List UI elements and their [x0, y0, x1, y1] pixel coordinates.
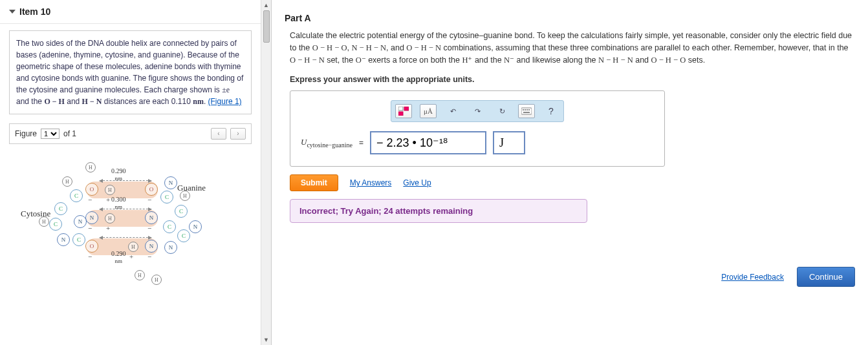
figure-of: of 1: [63, 129, 76, 138]
collapse-icon[interactable]: [9, 8, 16, 15]
figure-image: Cytosine Guanine O H O − + − 0.290nm N: [9, 151, 252, 312]
figure-next-button[interactable]: ›: [230, 128, 246, 140]
footer-row: Provide Feedback Continue: [721, 267, 855, 287]
svg-rect-0: [398, 107, 403, 110]
svg-rect-1: [404, 107, 409, 110]
answer-panel: μÅ ↶ ↷ ↻ ? Ucytosine−guanine =: [290, 90, 665, 167]
answer-unit-input[interactable]: [493, 131, 525, 154]
express-instruction: Express your answer with the appropriate…: [290, 75, 855, 84]
redo-icon[interactable]: ↷: [469, 104, 486, 118]
scroll-thumb[interactable]: [263, 10, 270, 43]
figure-label: Figure: [15, 129, 37, 138]
svg-rect-5: [525, 109, 526, 110]
figure-select[interactable]: 1: [41, 129, 60, 139]
equation-toolbar: μÅ ↶ ↷ ↻ ?: [391, 100, 564, 122]
svg-rect-4: [523, 109, 524, 110]
equation-lhs: Ucytosine−guanine: [301, 137, 353, 149]
svg-rect-6: [526, 109, 528, 110]
feedback-message: Incorrect; Try Again; 24 attempts remain…: [290, 199, 587, 223]
give-up-link[interactable]: Give Up: [403, 178, 431, 187]
svg-rect-7: [528, 109, 530, 110]
svg-rect-3: [521, 108, 532, 114]
undo-icon[interactable]: ↶: [444, 104, 461, 118]
question-text: Calculate the electric potential energy …: [290, 30, 855, 66]
continue-button[interactable]: Continue: [797, 267, 855, 287]
template-icon[interactable]: [395, 104, 412, 118]
equation-row: Ucytosine−guanine =: [301, 131, 654, 154]
left-pane: Item 10 The two sides of the DNA double …: [0, 0, 272, 345]
item-title: Item 10: [19, 6, 50, 17]
svg-rect-8: [523, 112, 530, 113]
submit-row: Submit My Answers Give Up: [290, 174, 855, 191]
equals-sign: =: [359, 138, 363, 147]
help-icon[interactable]: ?: [543, 104, 559, 118]
figure-bar: Figure 1 of 1 ‹ ›: [9, 123, 252, 144]
left-scrollbar[interactable]: ▲ ▼: [261, 0, 271, 345]
scroll-up-icon[interactable]: ▲: [263, 1, 270, 9]
part-title: Part A: [285, 13, 855, 23]
figure-prev-button[interactable]: ‹: [211, 128, 226, 140]
right-pane: Part A Calculate the electric potential …: [272, 0, 868, 345]
item-header[interactable]: Item 10: [0, 0, 261, 24]
provide-feedback-link[interactable]: Provide Feedback: [721, 273, 784, 282]
problem-description: The two sides of the DNA double helix ar…: [9, 30, 252, 114]
my-answers-link[interactable]: My Answers: [350, 178, 392, 187]
answer-value-input[interactable]: [370, 131, 486, 154]
svg-rect-2: [398, 112, 403, 116]
reset-icon[interactable]: ↻: [494, 104, 510, 118]
keyboard-icon[interactable]: [518, 104, 535, 118]
submit-button[interactable]: Submit: [290, 174, 338, 191]
figure-link[interactable]: (Figure 1): [208, 97, 242, 106]
units-button[interactable]: μÅ: [420, 104, 437, 118]
scroll-down-icon[interactable]: ▼: [263, 336, 270, 344]
